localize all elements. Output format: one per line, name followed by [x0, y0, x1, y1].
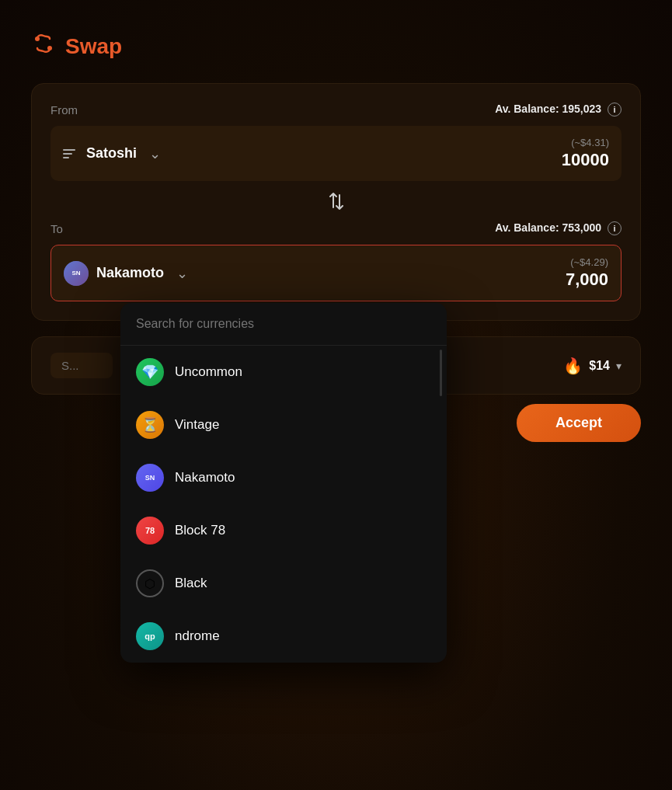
svg-point-1 [47, 46, 52, 50]
page-title: Swap [65, 34, 122, 59]
list-item[interactable]: 78 Block 78 [120, 504, 447, 557]
block78-icon: 78 [136, 517, 164, 545]
dropdown-search-area[interactable] [120, 303, 447, 346]
gas-price: $14 [589, 359, 610, 373]
list-item[interactable]: SN Nakamoto [120, 451, 447, 504]
black-label: Black [175, 576, 207, 591]
black-icon: ⬡ [136, 569, 164, 597]
from-section-header: From Av. Balance: 195,023 i [50, 103, 622, 117]
gas-chevron-icon: ▾ [616, 360, 622, 372]
gas-icon: 🔥 [563, 357, 583, 375]
from-chevron-icon: ⌄ [149, 145, 161, 162]
nakamoto-dropdown-icon: SN [136, 464, 164, 492]
to-amount: 7,000 [566, 270, 608, 290]
from-label: From [50, 103, 78, 117]
from-info-icon[interactable]: i [608, 103, 622, 117]
to-currency-right: (~$4.29) 7,000 [566, 256, 608, 290]
from-currency-selector[interactable]: Satoshi ⌄ (~$4.31) 10000 [50, 126, 622, 181]
dropdown-scrollbar [440, 350, 442, 396]
list-item[interactable]: qp ndrome [120, 610, 447, 663]
list-item[interactable]: ⬡ Black [120, 557, 447, 610]
velodrome-label: ndrome [175, 628, 220, 644]
list-item[interactable]: ⏳ Vintage [120, 398, 447, 451]
nakamoto-label: Nakamoto [175, 470, 235, 485]
swap-card: From Av. Balance: 195,023 i Satoshi ⌄ (~… [31, 83, 641, 321]
slippage-area [50, 353, 113, 378]
to-section-header: To Av. Balance: 753,000 i [50, 221, 622, 235]
vintage-label: Vintage [175, 417, 219, 433]
from-currency-name: Satoshi [86, 145, 137, 162]
uncommon-icon: 💎 [136, 358, 164, 386]
swap-icon [31, 31, 56, 61]
from-amount: 10000 [562, 150, 609, 170]
svg-point-0 [35, 37, 40, 41]
currency-dropdown: 💎 Uncommon ⏳ Vintage SN Nakamoto 78 Bloc… [120, 303, 447, 663]
swap-direction-button[interactable] [50, 181, 622, 221]
nakamoto-avatar: SN [64, 261, 89, 286]
to-info-icon[interactable]: i [608, 221, 622, 235]
accept-button[interactable]: Accept [517, 404, 641, 442]
to-usd-value: (~$4.29) [566, 256, 608, 268]
to-balance: Av. Balance: 753,000 i [495, 221, 622, 235]
slippage-input[interactable] [50, 353, 113, 378]
velodrome-icon: qp [136, 622, 164, 650]
gas-area[interactable]: 🔥 $14 ▾ [563, 357, 622, 375]
from-currency-left: Satoshi ⌄ [63, 145, 161, 162]
from-currency-right: (~$4.31) 10000 [562, 137, 609, 170]
satoshi-icon [63, 149, 75, 158]
to-currency-name: Nakamoto [96, 265, 164, 281]
to-label: To [50, 222, 63, 235]
to-currency-left: SN Nakamoto ⌄ [64, 261, 188, 286]
page-header: Swap [31, 31, 641, 61]
uncommon-label: Uncommon [175, 364, 242, 380]
from-usd-value: (~$4.31) [562, 137, 609, 148]
to-chevron-icon: ⌄ [176, 265, 188, 282]
list-item[interactable]: 💎 Uncommon [120, 346, 447, 398]
block78-label: Block 78 [175, 523, 225, 538]
to-currency-selector[interactable]: SN Nakamoto ⌄ (~$4.29) 7,000 [50, 245, 622, 301]
currency-search-input[interactable] [136, 317, 431, 331]
vintage-icon: ⏳ [136, 411, 164, 439]
from-balance: Av. Balance: 195,023 i [495, 103, 622, 117]
